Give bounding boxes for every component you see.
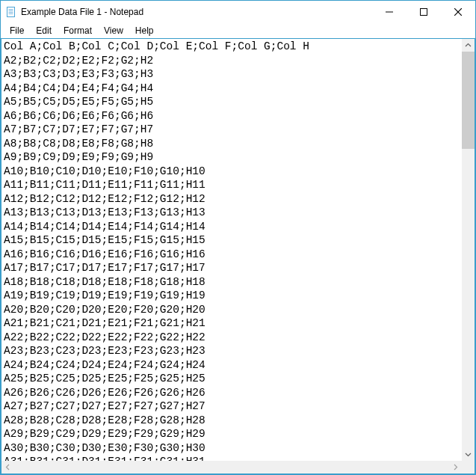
text-area-wrapper: Col A;Col B;Col C;Col D;Col E;Col F;Col … [1, 39, 475, 461]
window-controls [372, 1, 475, 23]
horizontal-scrollbar[interactable] [1, 461, 462, 474]
text-editor[interactable]: Col A;Col B;Col C;Col D;Col E;Col F;Col … [1, 39, 462, 461]
scroll-up-button[interactable] [462, 39, 475, 52]
window-title: Example Data File 1 - Notepad [21, 7, 143, 17]
horizontal-scroll-track[interactable] [14, 461, 449, 474]
horizontal-scroll-thumb[interactable] [14, 461, 449, 474]
menu-file[interactable]: File [4, 25, 30, 37]
editor-frame: Col A;Col B;Col C;Col D;Col E;Col F;Col … [1, 38, 475, 474]
vertical-scrollbar[interactable] [462, 39, 475, 461]
menu-view[interactable]: View [98, 25, 129, 37]
scroll-down-button[interactable] [462, 448, 475, 461]
scrollbar-corner [462, 461, 475, 474]
close-button[interactable] [441, 1, 475, 23]
titlebar[interactable]: Example Data File 1 - Notepad [1, 1, 475, 23]
svg-rect-6 [421, 9, 427, 16]
scroll-left-button[interactable] [1, 461, 14, 474]
menu-format[interactable]: Format [58, 25, 98, 37]
menu-edit[interactable]: Edit [30, 25, 58, 37]
vertical-scroll-thumb[interactable] [462, 52, 475, 149]
notepad-window: Example Data File 1 - Notepad File Edit … [0, 0, 476, 475]
maximize-button[interactable] [407, 1, 441, 23]
scroll-right-button[interactable] [449, 461, 462, 474]
vertical-scroll-track[interactable] [462, 52, 475, 448]
notepad-icon [5, 6, 17, 18]
menubar: File Edit Format View Help [1, 23, 475, 38]
minimize-button[interactable] [372, 1, 407, 23]
menu-help[interactable]: Help [129, 25, 160, 37]
